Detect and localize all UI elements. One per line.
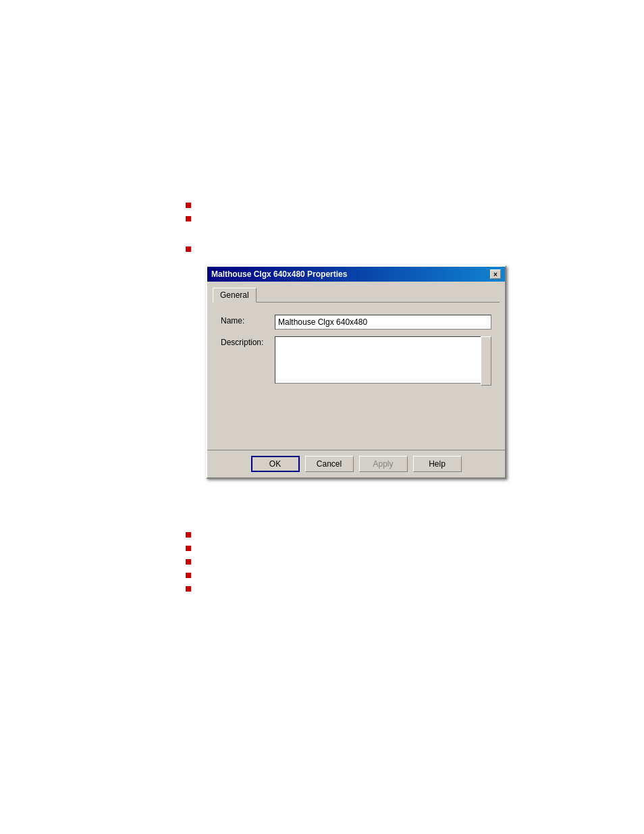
- dialog-title: Malthouse Clgx 640x480 Properties: [211, 269, 347, 279]
- name-input[interactable]: [275, 315, 491, 330]
- ok-button[interactable]: OK: [251, 456, 300, 472]
- bullet-5: [186, 546, 191, 551]
- help-button[interactable]: Help: [413, 456, 462, 472]
- description-label: Description:: [221, 336, 275, 347]
- dialog-titlebar: Malthouse Clgx 640x480 Properties ×: [207, 267, 505, 282]
- dialog-close-button[interactable]: ×: [490, 269, 501, 279]
- tab-strip: General: [213, 287, 500, 303]
- description-input[interactable]: [275, 336, 491, 384]
- bullet-2: [186, 216, 191, 221]
- bullet-4: [186, 532, 191, 538]
- properties-dialog: Malthouse Clgx 640x480 Properties × Gene…: [206, 265, 506, 479]
- dialog-buttons: OK Cancel Apply Help: [207, 450, 505, 477]
- description-row: Description:: [221, 336, 491, 386]
- apply-button[interactable]: Apply: [359, 456, 408, 472]
- dialog-body: General Name: Description:: [207, 282, 505, 450]
- bullet-6: [186, 559, 191, 565]
- description-scrollbar[interactable]: [481, 336, 491, 386]
- name-label: Name:: [221, 315, 275, 325]
- bullet-8: [186, 586, 191, 592]
- cancel-button[interactable]: Cancel: [305, 456, 354, 472]
- tab-general[interactable]: General: [213, 288, 257, 303]
- bullet-3: [186, 246, 191, 252]
- description-wrapper: [275, 336, 491, 386]
- bullet-1: [186, 203, 191, 208]
- form-area: Name: Description:: [213, 309, 500, 444]
- bullet-7: [186, 573, 191, 578]
- name-row: Name:: [221, 315, 491, 330]
